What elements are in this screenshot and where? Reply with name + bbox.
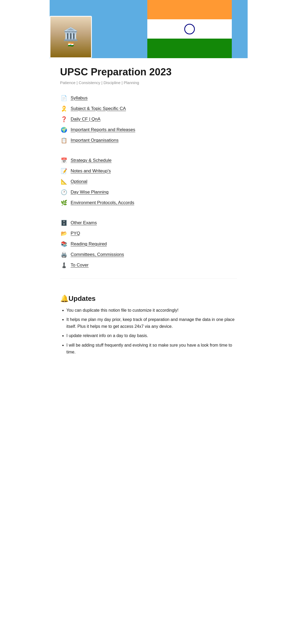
- nav-label-day-wise: Day Wise Planning: [71, 190, 109, 195]
- nav-item-reading[interactable]: 📚Reading Required: [60, 239, 237, 249]
- updates-section: 🔔Updates You can duplicate this notion f…: [60, 278, 237, 356]
- nav-item-reports[interactable]: 🌍Important Reports and Releases: [60, 125, 237, 135]
- updates-title: 🔔Updates: [60, 295, 237, 303]
- nav-label-reports: Important Reports and Releases: [71, 127, 135, 132]
- nav-item-organisations[interactable]: 📋Important Organisations: [60, 135, 237, 146]
- nav-item-other-exams[interactable]: 🗄️Other Exams: [60, 218, 237, 228]
- emblem-image: 🏛️ 🇮🇳: [50, 16, 92, 58]
- nav-label-committees: Committees, Commissions: [71, 252, 124, 257]
- nav-icon-daily-cf: ❓: [60, 116, 68, 122]
- nav-icon-reports: 🌍: [60, 127, 68, 133]
- nav-group-1: 📄Syllabus🎗️Subject & Topic Specific CA❓D…: [60, 93, 237, 146]
- update-bullet-2: I update relevant info on a day to day b…: [67, 332, 237, 339]
- nav-label-other-exams: Other Exams: [71, 220, 97, 226]
- nav-label-subject-ca: Subject & Topic Specific CA: [71, 106, 126, 111]
- page-content: UPSC Preparation 2023 Patience | Consist…: [50, 58, 248, 366]
- nav-label-syllabus: Syllabus: [71, 95, 88, 101]
- nav-icon-day-wise: 🕐: [60, 189, 68, 195]
- nav-icon-subject-ca: 🎗️: [60, 105, 68, 112]
- nav-item-pyq[interactable]: 📂PYQ: [60, 228, 237, 239]
- nav-label-strategy: Strategy & Schedule: [71, 158, 112, 163]
- nav-item-committees[interactable]: 🖨️Committees, Commissions: [60, 249, 237, 260]
- nav-item-environment[interactable]: 🌿Environment Protocols, Accords: [60, 197, 237, 208]
- nav-item-daily-cf[interactable]: ❓Daily CF | QnA: [60, 114, 237, 125]
- nav-label-optional: Optional: [71, 179, 87, 184]
- nav-label-daily-cf: Daily CF | QnA: [71, 117, 101, 122]
- nav-label-pyq: PYQ: [71, 231, 80, 236]
- update-bullet-3: I will be adding stuff frequently and ev…: [67, 342, 237, 355]
- nav-icon-reading: 📚: [60, 241, 68, 247]
- nav-icon-environment: 🌿: [60, 200, 68, 206]
- cover-image: 🏛️ 🇮🇳: [50, 0, 248, 58]
- nav-icon-other-exams: 🗄️: [60, 220, 68, 226]
- nav-item-to-cover[interactable]: ♟️To Cover: [60, 260, 237, 270]
- nav-label-organisations: Important Organisations: [71, 138, 119, 143]
- updates-list: You can duplicate this notion file to cu…: [60, 307, 237, 356]
- nav-item-strategy[interactable]: 📅Strategy & Schedule: [60, 155, 237, 166]
- nav-label-reading: Reading Required: [71, 241, 107, 247]
- nav-icon-optional: 📐: [60, 178, 68, 185]
- nav-item-subject-ca[interactable]: 🎗️Subject & Topic Specific CA: [60, 103, 237, 114]
- update-bullet-1: It helps me plan my day prior, keep trac…: [67, 316, 237, 330]
- nav-group-2: 📅Strategy & Schedule📝Notes and Writeup's…: [60, 155, 237, 208]
- nav-icon-syllabus: 📄: [60, 95, 68, 101]
- nav-icon-to-cover: ♟️: [60, 262, 68, 268]
- nav-label-to-cover: To Cover: [71, 263, 89, 268]
- nav-icon-committees: 🖨️: [60, 251, 68, 258]
- page-subtitle: Patience | Consistency | Discipline | Pl…: [60, 80, 237, 85]
- nav-icon-organisations: 📋: [60, 137, 68, 144]
- page-title: UPSC Preparation 2023: [60, 66, 237, 78]
- nav-item-day-wise[interactable]: 🕐Day Wise Planning: [60, 187, 237, 197]
- nav-group-3: 🗄️Other Exams📂PYQ📚Reading Required🖨️Comm…: [60, 218, 237, 270]
- nav-label-environment: Environment Protocols, Accords: [71, 200, 134, 205]
- nav-item-notes[interactable]: 📝Notes and Writeup's: [60, 166, 237, 176]
- nav-item-syllabus[interactable]: 📄Syllabus: [60, 93, 237, 103]
- update-bullet-0: You can duplicate this notion file to cu…: [67, 307, 237, 314]
- nav-label-notes: Notes and Writeup's: [71, 168, 111, 174]
- flag-image: [147, 0, 232, 58]
- nav-icon-strategy: 📅: [60, 157, 68, 164]
- nav-icon-notes: 📝: [60, 168, 68, 174]
- nav-icon-pyq: 📂: [60, 230, 68, 237]
- nav-item-optional[interactable]: 📐Optional: [60, 176, 237, 187]
